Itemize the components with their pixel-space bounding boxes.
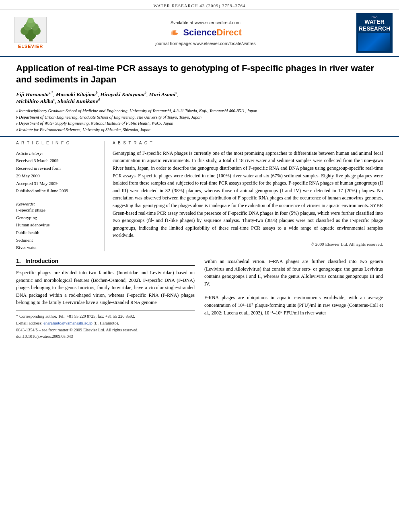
author-kunikane: Shoichi Kunikane bbox=[58, 98, 98, 104]
intro-para2: within an icosahedral virion. F-RNA phag… bbox=[204, 258, 383, 288]
keyword-5: River water bbox=[16, 244, 96, 251]
received-date: Received 3 March 2009 bbox=[16, 157, 96, 164]
sciencedirect-logo: ScienceDirect bbox=[169, 27, 242, 38]
elsevier-text: ELSEVIER bbox=[18, 44, 43, 49]
abstract-header: A B S T R A C T bbox=[113, 141, 383, 146]
aff-sup-b: b bbox=[16, 115, 18, 120]
article-info-abstract-section: A R T I C L E I N F O Article history: R… bbox=[0, 137, 399, 251]
affiliation-d: d Institute for Environmental Sciences, … bbox=[16, 127, 383, 133]
revised-label: Received in revised form bbox=[16, 164, 96, 172]
intro-para1: F-specific phages are divided into two f… bbox=[16, 269, 195, 306]
corresponding-footnote: * Corresponding author. Tel.: +81 55 220… bbox=[16, 313, 195, 320]
published-date: Published online 6 June 2009 bbox=[16, 187, 96, 195]
keyword-4: Sediment bbox=[16, 236, 96, 244]
keyword-2: Human adenovirus bbox=[16, 221, 96, 229]
article-title: Application of real-time PCR assays to g… bbox=[16, 63, 383, 86]
email-footnote: E-mail address: eharamoto@yamanashi.ac.j… bbox=[16, 320, 195, 327]
intro-section-title: 1. Introduction bbox=[16, 258, 195, 266]
author-sup-2: b bbox=[96, 90, 98, 94]
email-link[interactable]: eharamoto@yamanashi.ac.jp bbox=[43, 321, 93, 325]
elsevier-logo: ELSEVIER bbox=[6, 17, 55, 49]
affiliation-b-text: Department of Urban Engineering, Graduat… bbox=[19, 114, 202, 121]
tree-svg bbox=[16, 18, 46, 42]
affiliation-a-text: Interdisciplinary Graduate School of Med… bbox=[19, 108, 257, 114]
affiliation-c: c Department of Water Supply Engineering… bbox=[16, 120, 383, 127]
author-sup-3: b bbox=[144, 90, 146, 94]
revised-date: 29 May 2009 bbox=[16, 172, 96, 180]
affiliation-d-text: Institute for Environmental Sciences, Un… bbox=[19, 127, 150, 133]
body-left-col: 1. Introduction F-specific phages are di… bbox=[16, 258, 195, 340]
affiliations: a Interdisciplinary Graduate School of M… bbox=[16, 108, 383, 133]
homepage-text: journal homepage: www.elsevier.com/locat… bbox=[55, 41, 356, 46]
accepted-date: Accepted 31 May 2009 bbox=[16, 180, 96, 187]
sciencedirect-text: ScienceDirect bbox=[183, 27, 242, 38]
email-person: (E. Haramoto). bbox=[93, 321, 119, 325]
journal-citation: WATER RESEARCH 43 (2009) 3759–3764 bbox=[154, 3, 246, 8]
sd-icon bbox=[169, 28, 181, 37]
center-banner: Available at www.sciencedirect.com Scien… bbox=[55, 20, 356, 46]
article-info-column: A R T I C L E I N F O Article history: R… bbox=[16, 141, 105, 251]
affiliation-c-text: Department of Water Supply Engineering, … bbox=[19, 120, 173, 127]
wr-badge-image bbox=[358, 33, 390, 51]
water-research-badge: IWA WATER RESEARCH bbox=[356, 13, 393, 53]
keyword-1: Genotyping bbox=[16, 214, 96, 222]
journal-header: WATER RESEARCH 43 (2009) 3759–3764 bbox=[0, 0, 399, 10]
intro-para3: F-RNA phages are ubiquitous in aquatic e… bbox=[204, 294, 383, 316]
elsevier-tree-image bbox=[14, 17, 47, 43]
keywords-label: Keywords: bbox=[16, 201, 96, 206]
top-banner: ELSEVIER Available at www.sciencedirect.… bbox=[0, 10, 399, 57]
article-title-section: Application of real-time PCR assays to g… bbox=[0, 57, 399, 137]
author-kitajima: Masaaki Kitajima bbox=[56, 91, 96, 97]
abstract-column: A B S T R A C T Genotyping of F-specific… bbox=[105, 141, 383, 251]
body-two-col: 1. Introduction F-specific phages are di… bbox=[16, 258, 383, 340]
info-divider bbox=[16, 198, 96, 198]
author-sup-6: d bbox=[98, 97, 100, 101]
authors-line: Eiji Haramotoa,*, Masaaki Kitajimab, Hir… bbox=[16, 90, 383, 105]
author-sup-4: c bbox=[175, 90, 177, 94]
article-history-block: Article history: Received 3 March 2009 R… bbox=[16, 150, 96, 195]
wr-badge-title: WATER RESEARCH bbox=[358, 18, 391, 32]
article-info-header: A R T I C L E I N F O bbox=[16, 141, 96, 146]
abstract-text: Genotyping of F-specific RNA phages is c… bbox=[113, 150, 383, 239]
author-asami: Mari Asami bbox=[149, 91, 175, 97]
author-sup-5: c bbox=[53, 97, 55, 101]
body-section: 1. Introduction F-specific phages are di… bbox=[0, 251, 399, 344]
keywords-list: F-specific phage Genotyping Human adenov… bbox=[16, 206, 96, 251]
affiliation-a: a Interdisciplinary Graduate School of M… bbox=[16, 108, 383, 114]
keyword-0: F-specific phage bbox=[16, 206, 96, 214]
aff-sup-d: d bbox=[16, 128, 18, 133]
history-label: Article history: bbox=[16, 150, 96, 157]
wr-badge-top: IWA bbox=[358, 15, 391, 18]
affiliation-b: b Department of Urban Engineering, Gradu… bbox=[16, 114, 383, 121]
footnote-section: * Corresponding author. Tel.: +81 55 220… bbox=[16, 310, 195, 340]
body-right-col: within an icosahedral virion. F-RNA phag… bbox=[204, 258, 383, 340]
author-akiba: Michihiro Akiba bbox=[16, 98, 53, 104]
email-label: E-mail address: bbox=[16, 321, 43, 325]
author-sup-1: a,* bbox=[49, 90, 53, 94]
doi-footnote: doi:10.1016/j.watres.2009.05.043 bbox=[16, 333, 195, 340]
aff-sup-a: a bbox=[16, 109, 18, 114]
intro-section-num: 1. bbox=[16, 258, 21, 264]
available-text: Available at www.sciencedirect.com bbox=[55, 20, 356, 25]
copyright-line: © 2009 Elsevier Ltd. All rights reserved… bbox=[113, 242, 383, 246]
keyword-3: Public health bbox=[16, 229, 96, 236]
intro-section-label: Introduction bbox=[25, 258, 58, 264]
author-katayama: Hiroyuki Katayama bbox=[100, 91, 144, 97]
issn-footnote: 0043-1354/$ – see front matter © 2009 El… bbox=[16, 327, 195, 334]
author-haramoto: Eiji Haramoto bbox=[16, 91, 49, 97]
aff-sup-c: c bbox=[16, 121, 18, 126]
